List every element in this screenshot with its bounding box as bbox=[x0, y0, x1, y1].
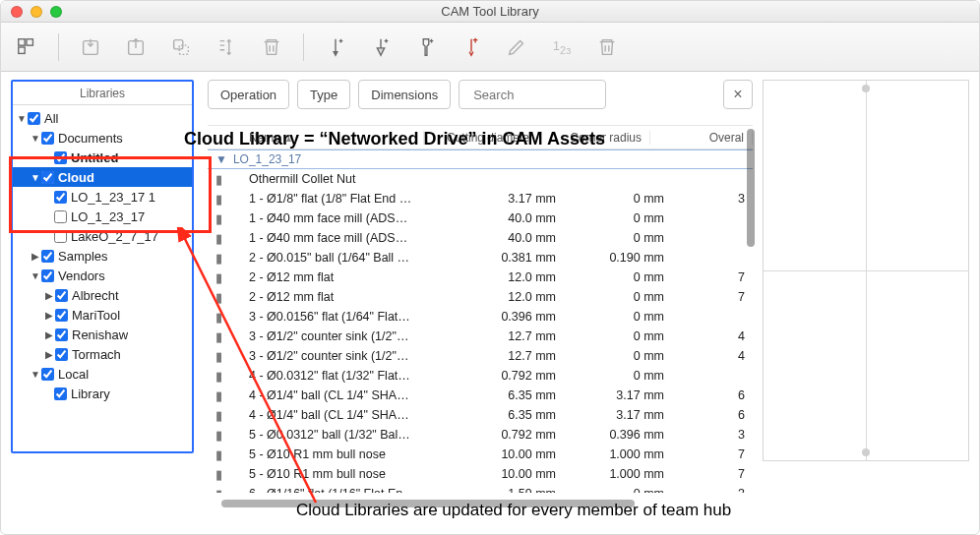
tree-item-cloud-child[interactable]: LakeO_2_7_17 bbox=[13, 226, 192, 246]
separator bbox=[58, 33, 59, 61]
new-holder-icon[interactable] bbox=[412, 33, 440, 61]
search-input[interactable] bbox=[471, 87, 593, 103]
tree-item-vendor[interactable]: ▶Albrecht bbox=[13, 285, 192, 305]
import-icon[interactable] bbox=[77, 33, 104, 61]
layout-grid-icon[interactable] bbox=[13, 33, 40, 61]
tool-row[interactable]: ▮3 - Ø1/2" counter sink (1/2"…12.7 mm0 m… bbox=[208, 327, 753, 346]
tool-icon: ▮ bbox=[208, 211, 229, 226]
new-drill-tool-icon[interactable] bbox=[367, 33, 395, 61]
tool-cutting-diameter: 40.0 mm bbox=[446, 211, 564, 225]
tool-row[interactable]: ▮2 - Ø12 mm flat12.0 mm0 mm7 bbox=[208, 287, 753, 307]
svg-rect-0 bbox=[19, 38, 25, 44]
filter-type-button[interactable]: Type bbox=[297, 80, 350, 109]
tool-row[interactable]: ▮Othermill Collet Nut bbox=[208, 169, 753, 189]
titlebar: CAM Tool Library bbox=[1, 1, 979, 23]
tool-row[interactable]: ▮5 - Ø10 R1 mm bull nose10.00 mm1.000 mm… bbox=[208, 445, 753, 464]
tool-cutting-diameter: 1.59 mm bbox=[446, 487, 564, 493]
vertical-scrollbar[interactable] bbox=[745, 125, 757, 493]
checkbox[interactable] bbox=[54, 151, 67, 164]
tool-icon: ▮ bbox=[208, 310, 229, 325]
tree-item-local[interactable]: ▼Local bbox=[13, 364, 192, 384]
tool-corner-radius: 0 mm bbox=[564, 310, 672, 324]
tool-row[interactable]: ▮5 - Ø10 R1 mm bull nose10.00 mm1.000 mm… bbox=[208, 464, 753, 484]
minimize-window-icon[interactable] bbox=[31, 6, 42, 18]
tool-cutting-diameter: 10.00 mm bbox=[446, 467, 564, 481]
tool-overall: 7 bbox=[672, 270, 753, 284]
tree-item-vendors[interactable]: ▼Vendors bbox=[13, 266, 192, 285]
checkbox[interactable] bbox=[54, 191, 67, 204]
tree-item-all[interactable]: ▼All bbox=[13, 108, 192, 128]
tree-item-vendor[interactable]: ▶Tormach bbox=[13, 344, 192, 364]
checkbox[interactable] bbox=[55, 289, 68, 302]
checkbox[interactable] bbox=[55, 328, 68, 341]
tree-item-documents[interactable]: ▼Documents bbox=[13, 128, 192, 148]
combine-icon[interactable] bbox=[167, 33, 195, 61]
checkbox[interactable] bbox=[41, 368, 54, 381]
tool-row[interactable]: ▮4 - Ø0.0312" flat (1/32" Flat…0.792 mm0… bbox=[208, 366, 753, 386]
tree-item-cloud[interactable]: ▼Cloud bbox=[13, 167, 192, 187]
tree-item-untitled[interactable]: Untitled bbox=[13, 148, 192, 167]
zoom-window-icon[interactable] bbox=[50, 6, 62, 18]
group-row[interactable]: ▼LO_1_23_17 bbox=[208, 149, 753, 169]
tool-row[interactable]: ▮3 - Ø0.0156" flat (1/64" Flat…0.396 mm0… bbox=[208, 307, 753, 327]
tree-item-samples[interactable]: ▶Samples bbox=[13, 246, 192, 266]
tool-row[interactable]: ▮6 - Ø1/16" flat (1/16" Flat En…1.59 mm0… bbox=[208, 484, 753, 493]
delete-tool-icon[interactable] bbox=[593, 33, 621, 61]
tool-cutting-diameter: 12.0 mm bbox=[446, 290, 564, 304]
tool-overall: 3 bbox=[672, 487, 753, 493]
checkbox[interactable] bbox=[54, 230, 67, 243]
checkbox[interactable] bbox=[41, 132, 54, 145]
tool-row[interactable]: ▮2 - Ø0.015" ball (1/64" Ball …0.381 mm0… bbox=[208, 248, 753, 268]
tool-name: 3 - Ø1/2" counter sink (1/2"… bbox=[229, 329, 446, 343]
tool-icon: ▮ bbox=[208, 251, 229, 266]
checkbox[interactable] bbox=[41, 250, 54, 263]
filter-dimensions-button[interactable]: Dimensions bbox=[358, 80, 451, 109]
tool-row[interactable]: ▮1 - Ø40 mm face mill (ADS…40.0 mm0 mm bbox=[208, 228, 753, 248]
tool-icon: ▮ bbox=[208, 369, 229, 384]
tool-row[interactable]: ▮1 - Ø1/8" flat (1/8" Flat End …3.17 mm0… bbox=[208, 189, 753, 208]
delete-library-icon[interactable] bbox=[258, 33, 285, 61]
tool-name: 4 - Ø0.0312" flat (1/32" Flat… bbox=[229, 369, 446, 383]
tool-row[interactable]: ▮2 - Ø12 mm flat12.0 mm0 mm7 bbox=[208, 268, 753, 287]
tool-overall: 6 bbox=[672, 388, 753, 402]
svg-rect-2 bbox=[19, 47, 25, 53]
scroll-thumb[interactable] bbox=[747, 129, 755, 247]
tree-item-vendor[interactable]: ▶Renishaw bbox=[13, 325, 192, 344]
checkbox[interactable] bbox=[54, 387, 67, 400]
tool-row[interactable]: ▮4 - Ø1/4" ball (CL 1/4" SHA…6.35 mm3.17… bbox=[208, 405, 753, 425]
checkbox[interactable] bbox=[41, 269, 54, 282]
export-icon[interactable] bbox=[122, 33, 150, 61]
checkbox[interactable] bbox=[55, 309, 68, 322]
clear-filters-button[interactable]: × bbox=[723, 80, 753, 109]
tree-item-cloud-child[interactable]: LO_1_23_17 1 bbox=[13, 187, 192, 207]
renumber-icon[interactable] bbox=[213, 33, 240, 61]
grid-body[interactable]: ▼LO_1_23_17 ▮Othermill Collet Nut▮1 - Ø1… bbox=[208, 149, 753, 493]
new-mill-tool-icon[interactable] bbox=[322, 33, 349, 61]
handle-icon bbox=[862, 448, 870, 456]
tool-cutting-diameter: 3.17 mm bbox=[446, 192, 564, 206]
tool-name: 3 - Ø1/2" counter sink (1/2"… bbox=[229, 349, 446, 363]
col-overall[interactable]: Overal bbox=[650, 131, 753, 145]
window-controls bbox=[1, 6, 62, 18]
tree-item-cloud-child[interactable]: LO_1_23_17 bbox=[13, 207, 192, 226]
tree-item-vendor[interactable]: ▶MariTool bbox=[13, 305, 192, 325]
new-turn-tool-icon[interactable] bbox=[458, 33, 485, 61]
tool-icon: ▮ bbox=[208, 388, 229, 403]
tool-cutting-diameter: 6.35 mm bbox=[446, 388, 564, 402]
tool-row[interactable]: ▮3 - Ø1/2" counter sink (1/2"…12.7 mm0 m… bbox=[208, 346, 753, 366]
renumber-tools-icon[interactable]: 123 bbox=[548, 33, 576, 61]
tool-row[interactable]: ▮5 - Ø0.0312" ball (1/32" Bal…0.792 mm0.… bbox=[208, 425, 753, 445]
checkbox[interactable] bbox=[41, 171, 54, 184]
tool-row[interactable]: ▮1 - Ø40 mm face mill (ADS…40.0 mm0 mm bbox=[208, 208, 753, 228]
search-field[interactable] bbox=[459, 80, 606, 109]
close-window-icon[interactable] bbox=[11, 6, 23, 18]
filter-operation-button[interactable]: Operation bbox=[208, 80, 289, 109]
edit-tool-icon[interactable] bbox=[503, 33, 530, 61]
tool-row[interactable]: ▮4 - Ø1/4" ball (CL 1/4" SHA…6.35 mm3.17… bbox=[208, 386, 753, 405]
checkbox[interactable] bbox=[55, 348, 68, 361]
checkbox[interactable] bbox=[28, 112, 40, 125]
tool-name: 1 - Ø40 mm face mill (ADS… bbox=[229, 211, 446, 225]
tree-item-library[interactable]: Library bbox=[13, 384, 192, 403]
checkbox[interactable] bbox=[54, 210, 67, 223]
tool-icon: ▮ bbox=[208, 329, 229, 344]
